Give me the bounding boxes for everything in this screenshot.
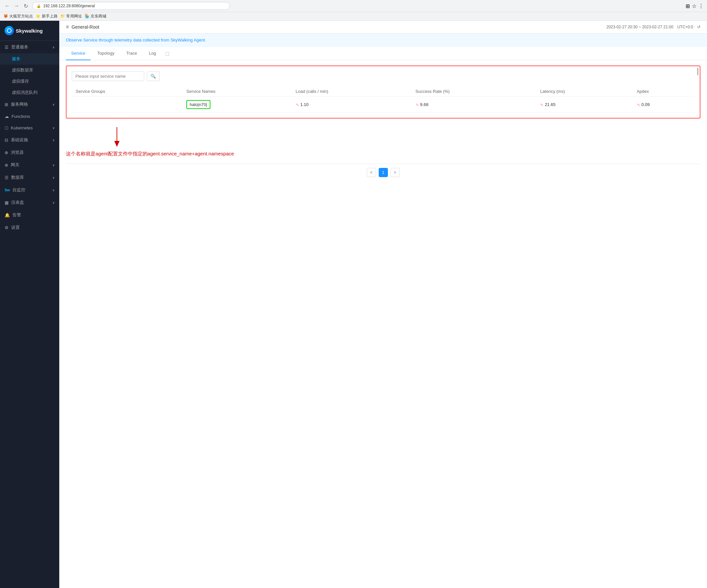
- infrastructure-icon: ⊟: [5, 138, 8, 143]
- functions-label: Functions: [11, 114, 30, 119]
- top-bar: ≡ General-Root 2023-02-27 20:30 ~ 2023-0…: [59, 21, 707, 34]
- col-load: Load (calls / min): [292, 86, 412, 97]
- self-monitoring-icon: Sw: [5, 188, 10, 192]
- extensions-icon[interactable]: ⊞: [685, 3, 690, 9]
- annotation-area: 这个名称就是agent配置文件中指定的agent.service_name+ag…: [59, 124, 707, 164]
- page-title: General-Root: [71, 24, 99, 30]
- time-range: 2023-02-27 20:30 ~ 2023-02-27 21:00: [606, 25, 673, 29]
- sidebar-group-header-mesh[interactable]: ⊞ 服务网格 ∨: [0, 98, 59, 111]
- service-panel-inner: 🔍 Service Groups Service Names Load (cal…: [67, 66, 700, 118]
- mesh-icon: ⊞: [5, 102, 8, 107]
- forward-button[interactable]: →: [12, 2, 21, 10]
- chevron-down-icon-sw: ∨: [53, 188, 55, 192]
- search-row: 🔍: [72, 71, 695, 81]
- database-label: 数据库: [11, 174, 53, 180]
- browser-actions: ⊞ ☆ ⋮: [685, 3, 704, 9]
- kubernetes-icon: ⬡: [5, 126, 8, 130]
- sidebar-item-settings[interactable]: ⚙ 设置: [0, 221, 59, 234]
- sidebar-item-functions[interactable]: ☁ Functions: [0, 111, 59, 122]
- sidebar-item-dashboard[interactable]: ▦ 仪表盘 ∨: [0, 196, 59, 209]
- pagination-next[interactable]: >: [391, 168, 400, 177]
- sidebar-item-virtual-cache[interactable]: 虚拟缓存: [0, 76, 59, 87]
- load-value: 1.10: [300, 102, 308, 107]
- trend-icon-load: ∿: [296, 102, 299, 107]
- pagination-bar: < 1 >: [66, 164, 700, 181]
- app-container: Skywalking ☰ 普通服务 ∧ 服务 虚拟数据库 虚拟缓存 虚拟消息队列…: [0, 21, 707, 588]
- sidebar-item-virtual-mq[interactable]: 虚拟消息队列: [0, 87, 59, 98]
- tab-log[interactable]: Log: [143, 47, 161, 60]
- cell-group: [72, 97, 182, 113]
- sidebar-group-general: ☰ 普通服务 ∧ 服务 虚拟数据库 虚拟缓存 虚拟消息队列: [0, 41, 59, 98]
- col-service-names: Service Names: [182, 86, 292, 97]
- skywalking-logo: Skywalking: [5, 26, 55, 35]
- chevron-down-icon-gateway: ∨: [53, 163, 55, 167]
- service-name-link[interactable]: halo|n70|: [187, 100, 210, 109]
- bookmark-jd[interactable]: 🏪 京东商城: [85, 13, 106, 19]
- url-text: 192.168.122.28:8080/general: [43, 4, 95, 8]
- search-button[interactable]: 🔍: [147, 71, 160, 81]
- functions-icon: ☁: [5, 114, 9, 119]
- tab-trace[interactable]: Trace: [121, 47, 142, 60]
- cell-success-rate: ∿ 9.68: [412, 97, 536, 113]
- sidebar-item-kubernetes[interactable]: ⬡ Kubernetes ∨: [0, 122, 59, 134]
- browser-icon: ⊕: [5, 150, 8, 155]
- info-banner: Observe Service through telemetry data c…: [59, 34, 707, 47]
- annotation-text: 这个名称就是agent配置文件中指定的agent.service_name+ag…: [66, 151, 700, 157]
- cell-latency: ∿ 21.65: [536, 97, 633, 113]
- bookmark-guide[interactable]: ⭐ 新手上路: [36, 13, 57, 19]
- table-row: halo|n70| ∿ 1.10: [72, 97, 695, 113]
- menu-icon: ≡: [66, 24, 69, 30]
- service-search-input[interactable]: [72, 71, 144, 81]
- top-bar-right: 2023-02-27 20:30 ~ 2023-02-27 21:00 UTC+…: [606, 25, 700, 29]
- sidebar-item-browser[interactable]: ⊕ 浏览器: [0, 146, 59, 159]
- refresh-icon[interactable]: ↺: [697, 25, 700, 29]
- general-service-icon: ☰: [5, 45, 8, 50]
- sidebar-item-infrastructure[interactable]: ⊟ 基础设施 ∨: [0, 134, 59, 146]
- annotation-arrow: [112, 127, 700, 148]
- address-bar[interactable]: 🔒 192.168.122.28:8080/general: [32, 2, 230, 10]
- back-button[interactable]: ←: [3, 2, 11, 10]
- settings-tab-icon[interactable]: ⬚: [163, 47, 172, 60]
- tabs-bar: Service Topology Trace Log ⬚: [59, 47, 707, 60]
- tab-topology[interactable]: Topology: [92, 47, 120, 60]
- trend-icon-success: ∿: [415, 102, 419, 107]
- info-banner-link[interactable]: Observe Service through telemetry data c…: [66, 38, 206, 42]
- dashboard-label: 仪表盘: [11, 200, 53, 205]
- sidebar-item-self-monitoring[interactable]: Sw 自监控 ∨: [0, 184, 59, 196]
- sidebar-group-header-general[interactable]: ☰ 普通服务 ∧: [0, 41, 59, 53]
- main-content: ≡ General-Root 2023-02-27 20:30 ~ 2023-0…: [59, 21, 707, 588]
- bookmark-icon[interactable]: ☆: [692, 3, 697, 9]
- col-service-groups: Service Groups: [72, 86, 182, 97]
- refresh-button[interactable]: ↻: [22, 2, 30, 10]
- cell-load: ∿ 1.10: [292, 97, 412, 113]
- gateway-icon: ⊗: [5, 163, 8, 168]
- pagination-prev[interactable]: <: [367, 168, 376, 177]
- cell-service-name: halo|n70|: [182, 97, 292, 113]
- sidebar-item-database[interactable]: ☰ 数据库 ∨: [0, 171, 59, 184]
- sidebar-item-service[interactable]: 服务: [0, 53, 59, 65]
- table-body: halo|n70| ∿ 1.10: [72, 97, 695, 113]
- dashboard-icon: ▦: [5, 200, 8, 205]
- bookmark-common[interactable]: 📁 常用网址: [60, 13, 82, 19]
- alarm-label: 告警: [12, 212, 21, 218]
- mesh-label: 服务网格: [11, 101, 53, 107]
- success-rate-value: 9.68: [420, 102, 429, 107]
- settings-label: 设置: [11, 224, 20, 231]
- browser-label: 浏览器: [11, 149, 24, 155]
- sidebar-item-gateway[interactable]: ⊗ 网关 ∨: [0, 159, 59, 171]
- sidebar: Skywalking ☰ 普通服务 ∧ 服务 虚拟数据库 虚拟缓存 虚拟消息队列…: [0, 21, 59, 588]
- bookmark-firefox[interactable]: 🦊 火狐官方站点: [3, 13, 33, 19]
- service-table: Service Groups Service Names Load (calls…: [72, 86, 695, 113]
- alarm-icon: 🔔: [5, 213, 10, 218]
- lock-icon: 🔒: [37, 4, 41, 8]
- scrollbar-thumb: [697, 68, 699, 75]
- logo-circle: [5, 26, 14, 35]
- chevron-down-icon-k8s: ∨: [53, 126, 55, 130]
- menu-icon[interactable]: ⋮: [699, 3, 704, 9]
- pagination-page-1[interactable]: 1: [379, 168, 388, 177]
- sidebar-item-alarm[interactable]: 🔔 告警: [0, 209, 59, 221]
- general-service-label: 普通服务: [11, 44, 53, 50]
- sidebar-item-virtual-db[interactable]: 虚拟数据库: [0, 65, 59, 76]
- tab-service[interactable]: Service: [66, 47, 91, 60]
- chevron-up-icon: ∧: [53, 45, 55, 49]
